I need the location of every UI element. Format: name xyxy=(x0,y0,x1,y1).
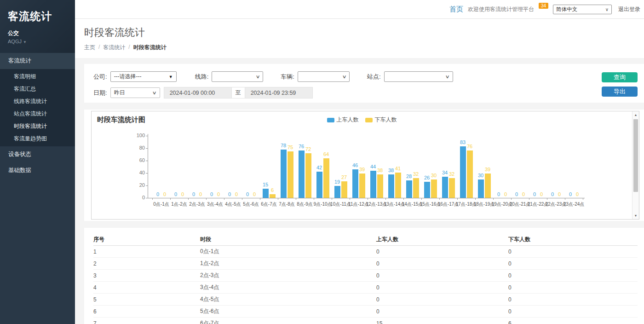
y-axis-tick-label: 20 xyxy=(128,182,145,188)
y-axis-tick-label: 0 xyxy=(128,195,145,200)
bar-value-label: 27 xyxy=(335,174,353,180)
sidebar-item-时段客流统计[interactable]: 时段客流统计 xyxy=(0,120,75,133)
sidebar: 客流统计 公交 AQGJ ▼ 客流统计客流明细客流汇总线路客流统计站点客流统计时… xyxy=(0,0,75,324)
chart-vertical-scrollbar[interactable]: ▲ ▼ xyxy=(632,111,639,219)
bar-下车人数-15点-16点 xyxy=(431,179,437,198)
vehicle-select[interactable]: ∨ xyxy=(298,71,350,82)
date-to-input[interactable]: 2024-01-09 23:59 xyxy=(245,87,313,98)
bar-下车人数-6点-7点 xyxy=(270,194,276,198)
chevron-down-icon: ∨ xyxy=(605,7,609,12)
sidebar-section-设备状态[interactable]: 设备状态 xyxy=(0,146,75,162)
company-label: 公司: xyxy=(93,73,107,81)
bar-下车人数-16点-17点 xyxy=(449,178,455,198)
sidebar-item-站点客流统计[interactable]: 站点客流统计 xyxy=(0,108,75,120)
bar-下车人数-10点-11点 xyxy=(341,181,347,198)
y-axis-tick-label: 80 xyxy=(128,145,145,150)
date-from-input[interactable]: 2024-01-09 00:00 xyxy=(164,87,232,98)
table-row: 76点-7点156 xyxy=(93,318,638,324)
app-title: 客流统计 xyxy=(8,9,75,23)
bar-下车人数-12点-13点 xyxy=(377,174,383,198)
bar-value-label: 6 xyxy=(263,187,282,193)
scroll-down-icon[interactable]: ▼ xyxy=(632,212,639,219)
bar-上车人数-16点-17点 xyxy=(442,177,448,198)
bar-value-label: 32 xyxy=(443,171,461,177)
company-select[interactable]: ---请选择--- ▼ xyxy=(110,71,177,82)
logout-link[interactable]: 退出登录 xyxy=(618,6,640,13)
scroll-up-icon[interactable]: ▲ xyxy=(632,111,639,118)
scrollbar-thumb[interactable] xyxy=(633,119,638,192)
bar-value-label: 15 xyxy=(256,182,275,187)
table-body: 10点-1点0021点-2点0032点-3点0043点-4点0054点-5点00… xyxy=(93,246,638,324)
bar-下车人数-7点-8点 xyxy=(288,151,293,198)
vehicle-label: 车辆: xyxy=(281,73,294,81)
table-row: 32点-3点00 xyxy=(93,270,638,282)
table-row: 54点-5点00 xyxy=(93,294,638,306)
table-cell: 0 xyxy=(508,308,638,315)
org-name: 公交 xyxy=(8,29,75,37)
bar-value-label: 0 xyxy=(568,191,586,197)
line-label: 线路: xyxy=(195,73,209,81)
bar-上车人数-12点-13点 xyxy=(370,171,376,198)
table-row: 10点-1点00 xyxy=(93,246,638,258)
bar-上车人数-10点-11点 xyxy=(334,186,340,198)
table-row: 43点-4点00 xyxy=(93,282,638,294)
sidebar-item-客流汇总[interactable]: 客流汇总 xyxy=(0,83,75,95)
filter-buttons: 查询 导出 xyxy=(602,72,638,97)
table-cell: 0 xyxy=(508,296,638,303)
table-cell: 0 xyxy=(508,272,638,279)
bar-value-label: 41 xyxy=(389,166,407,171)
table-cell: 6 xyxy=(93,308,200,315)
sidebar-section-客流统计[interactable]: 客流统计 xyxy=(0,53,75,69)
org-code-dropdown[interactable]: AQGJ ▼ xyxy=(8,39,75,44)
bar-下车人数-9点-10点 xyxy=(323,158,329,198)
table-cell: 2点-3点 xyxy=(200,272,376,279)
sidebar-item-线路客流统计[interactable]: 线路客流统计 xyxy=(0,95,75,108)
table-cell: 3点-4点 xyxy=(200,284,376,291)
sidebar-item-客流量趋势图[interactable]: 客流量趋势图 xyxy=(0,133,75,145)
table-cell: 7 xyxy=(93,320,200,324)
language-select[interactable]: 简体中文 ∨ xyxy=(553,5,612,14)
notification-badge: 34 xyxy=(539,3,548,9)
export-button[interactable]: 导出 xyxy=(602,87,638,97)
table-cell: 0 xyxy=(508,249,638,255)
line-select[interactable]: ∨ xyxy=(212,71,263,82)
station-select[interactable]: ∨ xyxy=(384,71,453,82)
bar-value-label: 72 xyxy=(299,146,317,152)
date-preset-select[interactable]: 昨日 ∨ xyxy=(110,87,160,98)
table-cell: 6点-7点 xyxy=(200,319,376,324)
bar-上车人数-13点-14点 xyxy=(388,174,394,198)
sidebar-menu: 客流统计客流明细客流汇总线路客流统计站点客流统计时段客流统计客流量趋势图设备状态… xyxy=(0,53,75,179)
bar-上车人数-15点-16点 xyxy=(424,182,430,198)
table-cell: 0 xyxy=(376,249,508,255)
bar-value-label: 39 xyxy=(478,167,497,172)
bar-上车人数-14点-15点 xyxy=(406,180,412,198)
table-header-cell-上车人数: 上车人数 xyxy=(376,236,508,243)
breadcrumb-separator: / xyxy=(128,44,130,52)
table-panel: 序号时段上车人数下车人数 10点-1点0021点-2点0032点-3点0043点… xyxy=(84,228,644,324)
chevron-down-icon: ∨ xyxy=(152,90,157,95)
table-header-cell-下车人数: 下车人数 xyxy=(508,236,638,243)
table-cell: 0 xyxy=(376,296,508,303)
bar-上车人数-18点-19点 xyxy=(478,179,484,198)
filter-row-2: 日期: 昨日 ∨ 2024-01-09 00:00 至 2024-01-09 2… xyxy=(93,87,644,98)
table-cell: 0 xyxy=(376,308,508,315)
bar-上车人数-9点-10点 xyxy=(316,172,322,198)
query-button[interactable]: 查询 xyxy=(602,72,638,82)
sidebar-section-基础数据[interactable]: 基础数据 xyxy=(0,162,75,179)
sidebar-item-客流明细[interactable]: 客流明细 xyxy=(0,70,75,83)
table-cell: 3 xyxy=(93,272,200,279)
bar-value-label: 0 xyxy=(245,191,264,197)
table-cell: 2 xyxy=(93,260,200,267)
page-title: 时段客流统计 xyxy=(84,26,644,40)
breadcrumb-item-主页[interactable]: 主页 xyxy=(84,44,95,52)
station-label: 站点: xyxy=(367,73,381,81)
home-link[interactable]: 首页 xyxy=(449,5,463,14)
table-cell: 4 xyxy=(93,284,200,291)
breadcrumb-item-客流统计[interactable]: 客流统计 xyxy=(103,44,125,52)
breadcrumb-separator: / xyxy=(98,44,100,52)
content: 公司: ---请选择--- ▼ 线路: ∨ 车辆: ∨ 站点: xyxy=(75,58,644,324)
filter-panel: 公司: ---请选择--- ▼ 线路: ∨ 车辆: ∨ 站点: xyxy=(84,64,644,103)
table-cell: 0点-1点 xyxy=(200,248,376,255)
table-row: 65点-6点00 xyxy=(93,306,638,318)
bar-chart: 0204060801000点-1点001点-2点002点-3点003点-4点00… xyxy=(92,111,639,219)
